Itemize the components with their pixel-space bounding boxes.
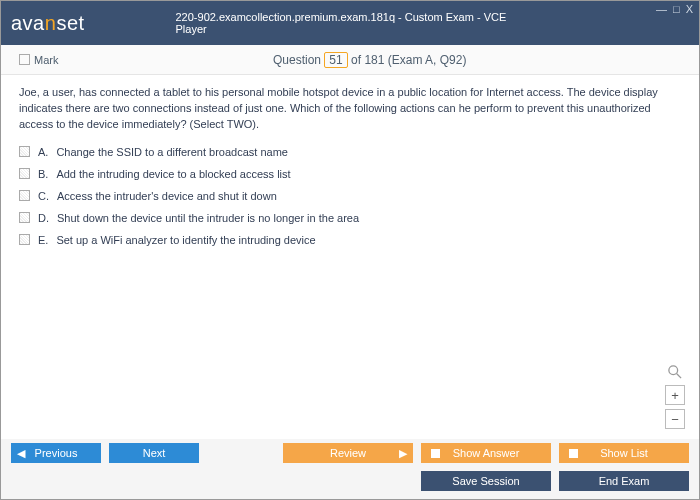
end-exam-button[interactable]: End Exam bbox=[559, 471, 689, 491]
option-checkbox[interactable] bbox=[19, 168, 30, 179]
show-list-label: Show List bbox=[600, 447, 648, 459]
question-header: Mark Question 51 of 181 (Exam A, Q92) bbox=[1, 45, 699, 75]
show-answer-label: Show Answer bbox=[453, 447, 520, 459]
option-text: Change the SSID to a different broadcast… bbox=[56, 145, 288, 161]
question-rest: of 181 (Exam A, Q92) bbox=[348, 53, 467, 67]
previous-label: Previous bbox=[35, 447, 78, 459]
option-row[interactable]: A. Change the SSID to a different broadc… bbox=[19, 145, 681, 161]
option-text: Shut down the device until the intruder … bbox=[57, 211, 359, 227]
previous-button[interactable]: ◀ Previous bbox=[11, 443, 101, 463]
option-checkbox[interactable] bbox=[19, 146, 30, 157]
svg-point-0 bbox=[669, 366, 678, 375]
footer: ◀ Previous Next Review ▶ Show Answer Sho… bbox=[1, 439, 699, 499]
option-letter: C. bbox=[38, 189, 49, 205]
options-list: A. Change the SSID to a different broadc… bbox=[19, 145, 681, 249]
option-letter: D. bbox=[38, 211, 49, 227]
logo: avanset bbox=[11, 12, 85, 35]
option-letter: E. bbox=[38, 233, 48, 249]
option-row[interactable]: C. Access the intruder's device and shut… bbox=[19, 189, 681, 205]
review-button[interactable]: Review ▶ bbox=[283, 443, 413, 463]
question-body: Joe, a user, has connected a tablet to h… bbox=[1, 75, 699, 259]
chevron-left-icon: ◀ bbox=[17, 447, 25, 460]
mark-label: Mark bbox=[34, 54, 58, 66]
option-checkbox[interactable] bbox=[19, 234, 30, 245]
square-icon bbox=[431, 449, 440, 458]
minimize-icon[interactable]: — bbox=[656, 3, 667, 15]
logo-post: set bbox=[56, 12, 84, 34]
maximize-icon[interactable]: □ bbox=[673, 3, 680, 15]
option-text: Set up a WiFi analyzer to identify the i… bbox=[56, 233, 315, 249]
close-icon[interactable]: X bbox=[686, 3, 693, 15]
option-letter: A. bbox=[38, 145, 48, 161]
next-button[interactable]: Next bbox=[109, 443, 199, 463]
logo-mid: n bbox=[45, 12, 57, 34]
question-number: 51 bbox=[324, 52, 347, 68]
option-text: Access the intruder's device and shut it… bbox=[57, 189, 277, 205]
show-list-button[interactable]: Show List bbox=[559, 443, 689, 463]
square-icon bbox=[569, 449, 578, 458]
review-label: Review bbox=[330, 447, 366, 459]
option-checkbox[interactable] bbox=[19, 212, 30, 223]
footer-row-nav: ◀ Previous Next Review ▶ Show Answer Sho… bbox=[1, 439, 699, 467]
show-answer-button[interactable]: Show Answer bbox=[421, 443, 551, 463]
option-text: Add the intruding device to a blocked ac… bbox=[56, 167, 290, 183]
svg-line-1 bbox=[677, 374, 681, 378]
titlebar: avanset 220-902.examcollection.premium.e… bbox=[1, 1, 699, 45]
chevron-right-icon: ▶ bbox=[399, 447, 407, 460]
question-word: Question bbox=[273, 53, 321, 67]
next-label: Next bbox=[143, 447, 166, 459]
option-letter: B. bbox=[38, 167, 48, 183]
logo-pre: ava bbox=[11, 12, 45, 34]
magnifier-icon bbox=[668, 365, 682, 379]
window-controls: — □ X bbox=[656, 3, 693, 15]
footer-row-session: Save Session End Exam bbox=[1, 467, 699, 499]
mark-checkbox[interactable] bbox=[19, 54, 30, 65]
save-session-label: Save Session bbox=[452, 475, 519, 487]
option-row[interactable]: B. Add the intruding device to a blocked… bbox=[19, 167, 681, 183]
question-text: Joe, a user, has connected a tablet to h… bbox=[19, 85, 681, 133]
option-checkbox[interactable] bbox=[19, 190, 30, 201]
window-title: 220-902.examcollection.premium.exam.181q… bbox=[176, 11, 525, 35]
question-number-area: Question 51 of 181 (Exam A, Q92) bbox=[58, 52, 681, 68]
option-row[interactable]: D. Shut down the device until the intrud… bbox=[19, 211, 681, 227]
option-row[interactable]: E. Set up a WiFi analyzer to identify th… bbox=[19, 233, 681, 249]
zoom-out-button[interactable]: − bbox=[665, 409, 685, 429]
end-exam-label: End Exam bbox=[599, 475, 650, 487]
mark-area[interactable]: Mark bbox=[19, 54, 58, 66]
zoom-controls: + − bbox=[665, 365, 685, 429]
zoom-in-button[interactable]: + bbox=[665, 385, 685, 405]
save-session-button[interactable]: Save Session bbox=[421, 471, 551, 491]
